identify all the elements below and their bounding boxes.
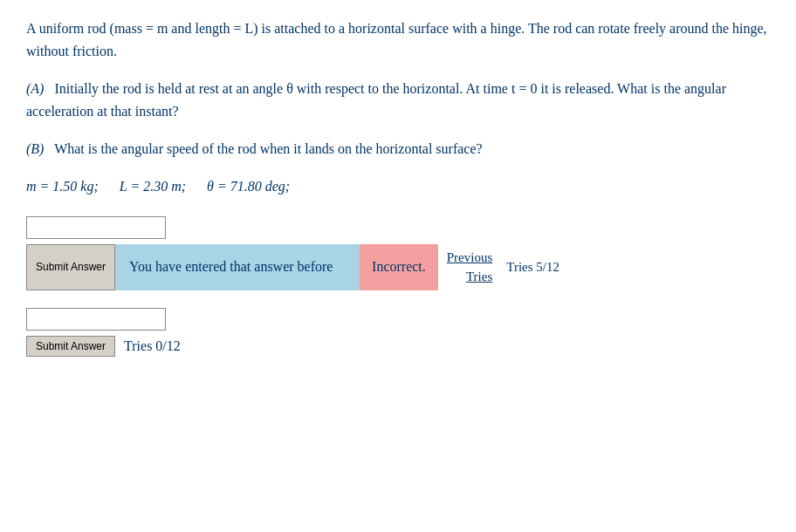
submit-answer-a-button[interactable]: Submit Answer xyxy=(26,244,115,290)
part-a-label: (A) xyxy=(26,81,44,96)
problem-intro: A uniform rod (mass = m and length = L) … xyxy=(26,17,770,62)
part-b-label: (B) xyxy=(26,141,44,156)
submit-answer-b-button[interactable]: Submit Answer xyxy=(26,336,115,357)
tries-info-a: Previous Tries xyxy=(438,244,502,290)
answer-a-section: Submit Answer You have entered that answ… xyxy=(26,216,770,290)
part-a-section: (A) Initially the rod is held at rest at… xyxy=(26,78,770,122)
length-unit: m; xyxy=(171,179,186,194)
answer-b-row: Submit Answer Tries 0/12 xyxy=(26,336,770,357)
mass-unit: kg; xyxy=(80,179,98,194)
tries-count-b: Tries 0/12 xyxy=(115,336,181,357)
tries-count-a: Tries 5/12 xyxy=(501,244,565,290)
theta-var: θ xyxy=(207,179,214,194)
part-b-text: What is the angular speed of the rod whe… xyxy=(54,141,483,156)
part-b-section: (B) What is the angular speed of the rod… xyxy=(26,138,770,160)
theta-unit: deg; xyxy=(265,179,290,194)
theta-value: 71.80 xyxy=(230,179,262,194)
tries-label-a: Tries xyxy=(466,267,492,287)
part-a-text: Initially the rod is held at rest at an … xyxy=(26,81,726,119)
answer-a-row: Submit Answer You have entered that answ… xyxy=(26,244,770,290)
previous-link[interactable]: Previous xyxy=(447,248,493,268)
feedback-red-message: Incorrect. xyxy=(360,244,438,290)
answer-b-section: Submit Answer Tries 0/12 xyxy=(26,308,770,357)
answer-a-input[interactable] xyxy=(26,216,166,239)
length-var: L xyxy=(120,179,127,194)
mass-value: 1.50 xyxy=(52,179,77,194)
mass-var: m xyxy=(26,179,37,194)
feedback-blue-message: You have entered that answer before xyxy=(115,244,360,290)
values-line: m = 1.50 kg; L = 2.30 m; θ = 71.80 deg; xyxy=(26,176,770,197)
length-value: 2.30 xyxy=(143,179,168,194)
answer-b-input[interactable] xyxy=(26,308,166,331)
